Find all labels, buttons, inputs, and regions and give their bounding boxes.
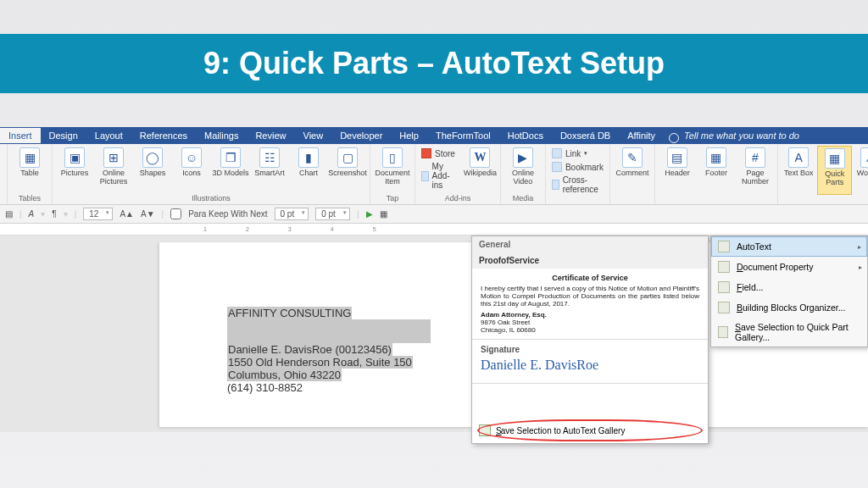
group-label-comments [614,194,651,204]
signature-label: Signature [481,345,699,354]
store-button[interactable]: Store [419,147,462,159]
wikipedia-button[interactable]: WWikipedia [464,146,497,194]
menu-document-property[interactable]: Document Property▸ [711,257,867,277]
pt1-spinner[interactable]: 0 pt [275,208,309,220]
group-label-media: Media [504,194,542,204]
header-button[interactable]: ▤Header [659,146,696,194]
saveqp-icon [718,326,728,338]
doc-line-4: Columbus, Ohio 43220 [227,369,342,381]
shapes-button[interactable]: ◯Shapes [134,146,171,194]
table-icon: ▦ [19,147,40,168]
chart-button[interactable]: ▮Chart [290,146,327,194]
document-item-button[interactable]: ▯Document Item [374,146,411,194]
store-icon [421,148,431,158]
pilcrow-icon[interactable]: ¶ [52,209,56,219]
tab-hotdocs[interactable]: HotDocs [499,128,552,143]
pt2-spinner[interactable]: 0 pt [315,208,350,220]
document-icon: ▯ [382,147,403,168]
online-pictures-button[interactable]: ⊞Online Pictures [95,146,132,194]
icons-icon: ☺ [181,147,202,168]
ruler: 12345 [0,224,868,236]
menu-save-selection[interactable]: Save Selection to Quick Part Gallery... [711,318,867,347]
cos-atty1: Adam Attorney, Esq. [481,311,699,319]
gallery-header-proof[interactable]: ProofofService [472,252,708,269]
tab-mailings[interactable]: Mailings [196,128,247,143]
group-label-tap: Tap [374,194,411,204]
quickparts-icon: ▦ [825,148,845,169]
quick-parts-button[interactable]: ▦Quick Parts [817,146,852,195]
menu-autotext[interactable]: AutoText▸ [711,236,867,257]
doc-line-1: AFFINITY CONSULTING [227,307,352,319]
tab-layout[interactable]: Layout [86,128,131,143]
text-box-button[interactable]: AText Box [782,146,815,195]
quickparts-gallery-panel: General ProofofService Certificate of Se… [471,236,709,444]
my-addins-button[interactable]: My Add-ins [419,161,462,191]
doc-line-5: (614) 310-8852 [227,381,303,394]
font-size-spinner[interactable]: 12 [83,208,113,220]
field-icon [718,281,730,293]
table-button[interactable]: ▦Table [11,146,48,194]
qat-icon[interactable]: ▤ [5,209,13,219]
page-number-button[interactable]: #Page Number [737,146,774,194]
pagenum-icon: # [745,147,765,168]
chart-icon: ▮ [298,147,319,168]
addins-icon [421,171,429,181]
para-keep-checkbox[interactable] [170,208,181,219]
font-dn-icon[interactable]: A▼ [141,209,155,219]
font-up-icon[interactable]: A▲ [120,209,134,219]
3d-models-button[interactable]: ❒3D Models [212,146,249,194]
tab-developer[interactable]: Developer [331,128,391,143]
menu-field[interactable]: Field... [711,277,867,297]
gallery-preview-signature[interactable]: Signature Danielle E. DavisRoe [472,340,708,384]
online-video-button[interactable]: ▶Online Video [504,146,542,194]
ribbon-tabs: Insert Design Layout References Mailings… [0,127,868,144]
cos-atty3: Chicago, IL 60680 [481,326,699,334]
tell-me-search[interactable]: Tell me what you want to do [664,130,868,141]
comment-button[interactable]: ✎Comment [614,146,651,194]
tab-theformtool[interactable]: TheFormTool [427,128,499,143]
online-pictures-icon: ⊞ [103,147,124,168]
tab-view[interactable]: View [295,128,332,143]
tab-references[interactable]: References [131,128,196,143]
slide-title: 9: Quick Parts – AutoText Setup [0,34,868,93]
cos-atty2: 9876 Oak Street [481,319,699,326]
save-autotext-label: ave Selection to AutoText Gallery [501,426,626,435]
comment-icon: ✎ [622,147,643,168]
tab-review[interactable]: Review [247,128,294,143]
wordart-button[interactable]: AWordArt [854,146,868,195]
link-icon [552,148,562,158]
screenshot-button[interactable]: ▢Screenshot [329,146,366,194]
doc-line-3: 1550 Old Henderson Road, Suite 150 [227,356,413,369]
doc-line-2: Danielle E. DavisRoe (00123456) [227,343,392,356]
tab-insert[interactable]: Insert [0,128,41,143]
tab-doxsera[interactable]: Doxserá DB [552,128,619,143]
misc-icon[interactable]: ▦ [380,209,387,219]
header-icon: ▤ [667,147,687,168]
group-label-tables: Tables [11,194,48,204]
wikipedia-icon: W [470,147,490,168]
footer-button[interactable]: ▦Footer [698,146,735,194]
gallery-preview-cos[interactable]: Certificate of Service I hereby certify … [472,269,708,340]
word-screenshot: Insert Design Layout References Mailings… [0,127,868,432]
signature-image: Danielle E. DavisRoe [481,358,699,373]
group-label-addins: Add-ins [419,194,497,204]
pictures-button[interactable]: ▣Pictures [56,146,93,194]
play-icon[interactable]: ▶ [366,209,373,219]
bookmark-button[interactable]: Bookmark [549,161,606,173]
crossref-icon [552,180,559,190]
smartart-button[interactable]: ☷SmartArt [251,146,288,194]
menu-building-blocks[interactable]: Building Blocks Organizer... [711,297,867,318]
crossref-button[interactable]: Cross-reference [549,175,606,195]
ribbon-body: ▦Table Tables ▣Pictures ⊞Online Pictures… [0,144,868,205]
tab-help[interactable]: Help [391,128,427,143]
screenshot-icon: ▢ [337,147,358,168]
tab-affinity[interactable]: Affinity [619,128,664,143]
wordart-icon: A [860,147,868,168]
icons-button[interactable]: ☺Icons [173,146,210,194]
link-button[interactable]: Link ▾ [549,147,606,159]
italic-icon[interactable]: A [29,209,35,219]
smartart-icon: ☷ [259,147,280,168]
tab-design[interactable]: Design [41,128,86,143]
cos-body: I hereby certify that I served a copy of… [481,285,699,308]
save-to-autotext-gallery[interactable]: Save Selection to AutoText Gallery [472,418,708,443]
